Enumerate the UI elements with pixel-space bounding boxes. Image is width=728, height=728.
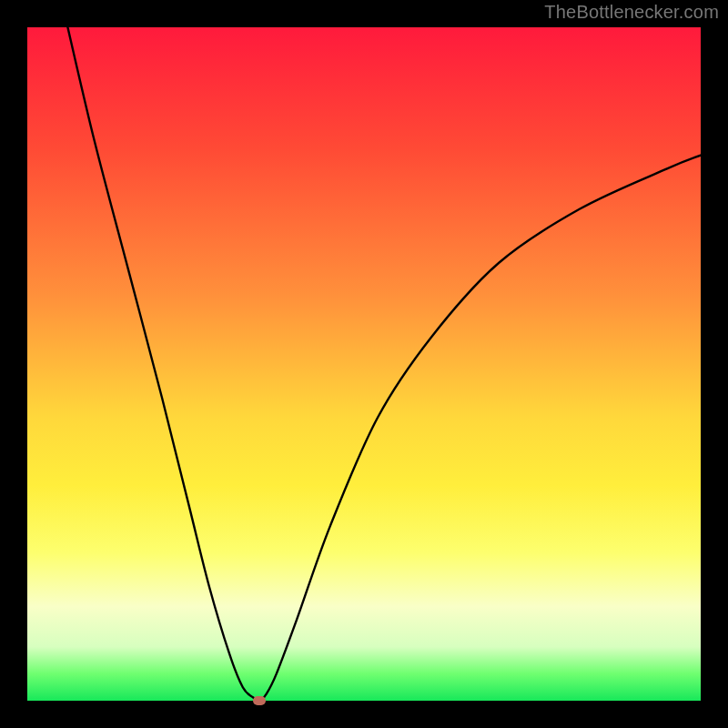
minimum-marker xyxy=(253,696,266,705)
watermark-label: TheBottlenecker.com xyxy=(544,2,719,23)
chart-frame: TheBottlenecker.com xyxy=(0,0,728,728)
bottleneck-curve xyxy=(27,27,701,701)
plot-area xyxy=(27,27,701,701)
